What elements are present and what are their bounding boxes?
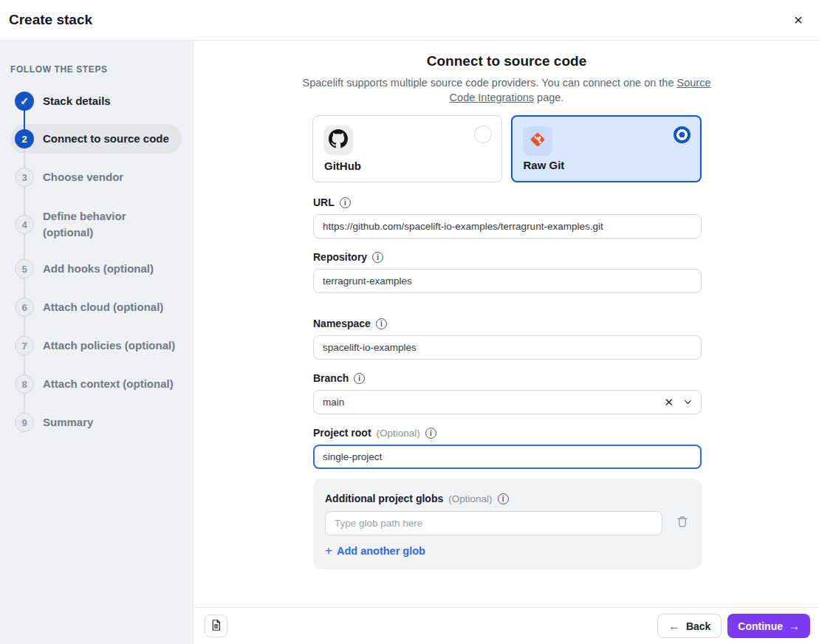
sidebar-item-attach-policies[interactable]: 7 Attach policies (optional) [15, 336, 175, 355]
sidebar-item-add-hooks[interactable]: 5 Add hooks (optional) [15, 259, 154, 278]
sidebar-item-choose-vendor[interactable]: 3 Choose vendor [15, 168, 123, 187]
trash-icon[interactable] [675, 514, 690, 530]
repository-info-icon[interactable]: i [372, 252, 383, 263]
page-title: Connect to source code [194, 53, 819, 69]
clear-icon[interactable]: ✕ [664, 395, 674, 409]
chevron-down-icon[interactable] [682, 397, 693, 411]
sidebar-item-define-behavior[interactable]: 4 Define behavior (optional) [15, 208, 161, 241]
namespace-label: Namespace [313, 318, 371, 329]
step-label: Add hooks (optional) [43, 261, 154, 277]
step-number-circle: 4 [15, 215, 34, 234]
close-icon[interactable]: × [788, 10, 809, 30]
subtitle-text-after: page. [534, 92, 563, 103]
back-button[interactable]: ← Back [657, 614, 722, 638]
plus-icon: + [325, 544, 332, 558]
project-root-label: Project root [313, 427, 371, 439]
provider-label-github: GitHub [324, 160, 361, 172]
project-root-info-icon[interactable]: i [425, 428, 436, 439]
step-label: Define behavior (optional) [43, 208, 161, 241]
provider-cards: GitHub Raw Git [312, 115, 702, 182]
github-icon [329, 129, 348, 151]
repository-field-group: Repository i [313, 250, 702, 293]
git-icon [529, 131, 546, 151]
url-field-group: URL i [313, 196, 702, 239]
github-icon-box [323, 126, 353, 155]
step-check-circle: ✓ [15, 92, 34, 111]
project-root-optional-label: (Optional) [377, 428, 420, 439]
step-label: Attach cloud (optional) [43, 299, 163, 315]
namespace-info-icon[interactable]: i [376, 318, 387, 329]
project-root-field-group: Project root (Optional) i [313, 426, 702, 469]
dialog-header: Create stack × [0, 0, 819, 41]
step-label: Choose vendor [43, 169, 123, 185]
documentation-button[interactable] [205, 614, 227, 637]
namespace-field-group: Namespace i [313, 317, 702, 360]
continue-button-label: Continue [738, 620, 783, 632]
steps-sidebar: FOLLOW THE STEPS ✓ Stack details 2 Conne… [0, 41, 193, 644]
globs-info-icon[interactable]: i [498, 493, 509, 504]
step-label: Summary [43, 414, 93, 431]
provider-card-raw-git[interactable]: Raw Git [511, 115, 702, 182]
sidebar-item-summary[interactable]: 9 Summary [15, 413, 93, 432]
url-info-icon[interactable]: i [340, 197, 351, 208]
additional-globs-panel: Additional project globs (Optional) i + … [313, 479, 702, 569]
step-number-circle: 5 [15, 259, 34, 278]
namespace-input[interactable] [313, 335, 702, 360]
step-number-circle: 3 [15, 168, 34, 187]
continue-button[interactable]: Continue → [727, 614, 810, 638]
dialog-footer: ← Back Continue → [194, 607, 819, 644]
arrow-left-icon: ← [668, 620, 680, 633]
repository-label: Repository [313, 251, 367, 263]
sidebar-item-attach-cloud[interactable]: 6 Attach cloud (optional) [15, 298, 163, 317]
branch-select-input[interactable] [313, 390, 702, 414]
document-icon [210, 619, 222, 634]
add-another-glob-button[interactable]: + Add another glob [325, 544, 425, 558]
subtitle-text: Spacelift supports multiple source code … [303, 77, 677, 89]
step-label: Stack details [43, 93, 111, 109]
provider-label-raw-git: Raw Git [524, 159, 565, 171]
step-number-circle: 2 [15, 129, 34, 148]
url-label: URL [313, 196, 335, 208]
branch-label: Branch [313, 372, 349, 384]
step-number-circle: 9 [15, 413, 34, 432]
glob-path-input[interactable] [325, 511, 662, 535]
page-subtitle: Spacelift supports multiple source code … [194, 75, 819, 105]
arrow-right-icon: → [789, 620, 800, 632]
dialog-title: Create stack [9, 12, 92, 28]
url-input[interactable] [313, 214, 702, 239]
provider-card-github[interactable]: GitHub [312, 115, 502, 182]
github-radio[interactable] [474, 126, 492, 143]
sidebar-item-stack-details[interactable]: ✓ Stack details [15, 92, 111, 111]
sidebar-item-connect-to-source-code[interactable]: 2 Connect to source code [15, 129, 169, 148]
repository-input[interactable] [313, 269, 702, 293]
branch-field-group: Branch i ✕ [313, 371, 702, 414]
step-number-circle: 7 [15, 336, 34, 355]
raw-git-radio[interactable] [674, 126, 691, 143]
project-root-input[interactable] [313, 445, 702, 469]
globs-label: Additional project globs [325, 493, 443, 504]
back-button-label: Back [686, 620, 710, 632]
globs-optional-label: (Optional) [448, 493, 492, 504]
step-label: Attach policies (optional) [43, 338, 175, 354]
check-icon: ✓ [20, 95, 29, 107]
add-another-glob-label: Add another glob [337, 545, 425, 557]
step-number-circle: 8 [15, 374, 34, 394]
step-number-circle: 6 [15, 298, 34, 317]
step-label: Attach context (optional) [43, 376, 174, 392]
git-icon-box [523, 126, 552, 156]
sidebar-item-attach-context[interactable]: 8 Attach context (optional) [15, 374, 174, 394]
branch-info-icon[interactable]: i [354, 373, 365, 384]
step-label: Connect to source code [43, 131, 169, 147]
sidebar-heading: FOLLOW THE STEPS [10, 64, 108, 75]
